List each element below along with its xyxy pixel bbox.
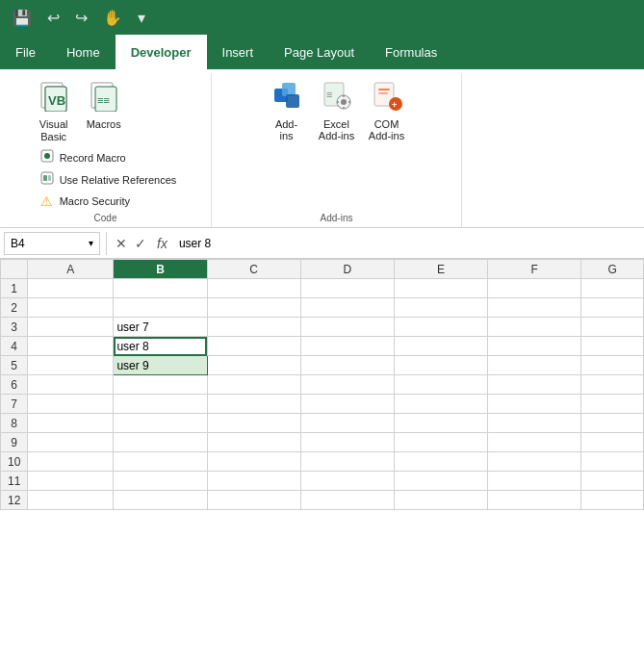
cell-A10[interactable] bbox=[28, 452, 114, 472]
tab-developer[interactable]: Developer bbox=[116, 35, 207, 69]
cell-G1[interactable] bbox=[581, 279, 644, 298]
cell-A6[interactable] bbox=[28, 375, 114, 395]
cell-G12[interactable] bbox=[581, 491, 644, 510]
cell-B10[interactable] bbox=[114, 452, 207, 472]
cell-A11[interactable] bbox=[28, 472, 114, 491]
cell-A9[interactable] bbox=[28, 433, 114, 452]
tab-file[interactable]: File bbox=[0, 35, 51, 69]
cell-E7[interactable] bbox=[394, 395, 487, 414]
cell-F12[interactable] bbox=[488, 491, 581, 510]
save-button[interactable]: 💾 bbox=[8, 7, 37, 29]
cell-D4[interactable] bbox=[300, 337, 394, 356]
cell-D10[interactable] bbox=[300, 452, 394, 472]
cell-D12[interactable] bbox=[300, 491, 394, 510]
cell-F7[interactable] bbox=[488, 395, 581, 414]
cell-D6[interactable] bbox=[300, 375, 394, 395]
cell-F1[interactable] bbox=[488, 279, 581, 298]
excel-add-ins-button[interactable]: ≡ ExcelAdd-ins bbox=[314, 77, 360, 143]
cell-A2[interactable] bbox=[28, 298, 114, 318]
cell-B12[interactable] bbox=[114, 491, 207, 510]
cell-G8[interactable] bbox=[581, 414, 644, 433]
cell-D2[interactable] bbox=[300, 298, 394, 318]
cell-E9[interactable] bbox=[394, 433, 487, 452]
cell-F2[interactable] bbox=[488, 298, 581, 318]
cell-D11[interactable] bbox=[300, 472, 394, 491]
cell-D7[interactable] bbox=[300, 395, 394, 414]
cell-F10[interactable] bbox=[488, 452, 581, 472]
cell-A7[interactable] bbox=[28, 395, 114, 414]
cell-F4[interactable] bbox=[488, 337, 581, 356]
cell-A3[interactable] bbox=[28, 318, 114, 337]
cell-C9[interactable] bbox=[207, 433, 300, 452]
cancel-formula-button[interactable]: ✕ bbox=[113, 236, 130, 251]
cell-E2[interactable] bbox=[394, 298, 487, 318]
cell-E12[interactable] bbox=[394, 491, 487, 510]
cell-A1[interactable] bbox=[28, 279, 114, 298]
cell-B11[interactable] bbox=[114, 472, 207, 491]
cell-G9[interactable] bbox=[581, 433, 644, 452]
record-macro-button[interactable]: Record Macro bbox=[35, 147, 181, 167]
tab-insert[interactable]: Insert bbox=[207, 35, 270, 69]
cell-reference-box[interactable]: B4 ▾ bbox=[4, 232, 100, 255]
cell-A12[interactable] bbox=[28, 491, 114, 510]
cell-E1[interactable] bbox=[394, 279, 487, 298]
cell-D8[interactable] bbox=[300, 414, 394, 433]
cell-ref-dropdown[interactable]: ▾ bbox=[89, 238, 93, 248]
cell-C3[interactable] bbox=[207, 318, 300, 337]
formula-input[interactable] bbox=[175, 232, 640, 255]
cell-B5[interactable]: user 9 bbox=[114, 356, 207, 375]
tab-home[interactable]: Home bbox=[51, 35, 116, 69]
undo-button[interactable]: ↩ bbox=[42, 7, 64, 29]
cell-F11[interactable] bbox=[488, 472, 581, 491]
col-header-F[interactable]: F bbox=[488, 260, 581, 279]
cell-D3[interactable] bbox=[300, 318, 394, 337]
cell-G11[interactable] bbox=[581, 472, 644, 491]
redo-button[interactable]: ↪ bbox=[70, 7, 92, 29]
col-header-C[interactable]: C bbox=[207, 260, 300, 279]
col-header-A[interactable]: A bbox=[28, 260, 114, 279]
cell-D5[interactable] bbox=[300, 356, 394, 375]
cell-E5[interactable] bbox=[394, 356, 487, 375]
com-add-ins-button[interactable]: + COMAdd-ins bbox=[364, 77, 410, 143]
cell-E10[interactable] bbox=[394, 452, 487, 472]
customize-qat-button[interactable]: ▾ bbox=[133, 7, 150, 29]
touch-mode-button[interactable]: ✋ bbox=[98, 7, 127, 29]
cell-A8[interactable] bbox=[28, 414, 114, 433]
confirm-formula-button[interactable]: ✓ bbox=[132, 236, 149, 251]
use-relative-references-button[interactable]: Use Relative References bbox=[35, 169, 181, 190]
cell-B9[interactable] bbox=[114, 433, 207, 452]
cell-B2[interactable] bbox=[114, 298, 207, 318]
cell-C10[interactable] bbox=[207, 452, 300, 472]
cell-G4[interactable] bbox=[581, 337, 644, 356]
tab-page-layout[interactable]: Page Layout bbox=[269, 35, 370, 69]
cell-C12[interactable] bbox=[207, 491, 300, 510]
cell-C8[interactable] bbox=[207, 414, 300, 433]
cell-C5[interactable] bbox=[207, 356, 300, 375]
macros-button[interactable]: ≡≡ Macros bbox=[81, 77, 127, 132]
tab-formulas[interactable]: Formulas bbox=[370, 35, 452, 69]
cell-G7[interactable] bbox=[581, 395, 644, 414]
cell-C4[interactable] bbox=[207, 337, 300, 356]
cell-C2[interactable] bbox=[207, 298, 300, 318]
cell-B4[interactable]: user 8 bbox=[114, 337, 207, 356]
cell-E8[interactable] bbox=[394, 414, 487, 433]
col-header-E[interactable]: E bbox=[394, 260, 487, 279]
cell-E3[interactable] bbox=[394, 318, 487, 337]
cell-B6[interactable] bbox=[114, 375, 207, 395]
macro-security-button[interactable]: ⚠ Macro Security bbox=[35, 192, 181, 211]
add-ins-button[interactable]: Add-ins bbox=[264, 77, 310, 143]
cell-B1[interactable] bbox=[114, 279, 207, 298]
cell-C7[interactable] bbox=[207, 395, 300, 414]
visual-basic-button[interactable]: VB VisualBasic bbox=[31, 77, 77, 145]
cell-C6[interactable] bbox=[207, 375, 300, 395]
cell-G10[interactable] bbox=[581, 452, 644, 472]
cell-C1[interactable] bbox=[207, 279, 300, 298]
cell-D1[interactable] bbox=[300, 279, 394, 298]
col-header-G[interactable]: G bbox=[581, 260, 644, 279]
cell-B8[interactable] bbox=[114, 414, 207, 433]
cell-G3[interactable] bbox=[581, 318, 644, 337]
cell-G2[interactable] bbox=[581, 298, 644, 318]
cell-E4[interactable] bbox=[394, 337, 487, 356]
cell-F8[interactable] bbox=[488, 414, 581, 433]
cell-G5[interactable] bbox=[581, 356, 644, 375]
